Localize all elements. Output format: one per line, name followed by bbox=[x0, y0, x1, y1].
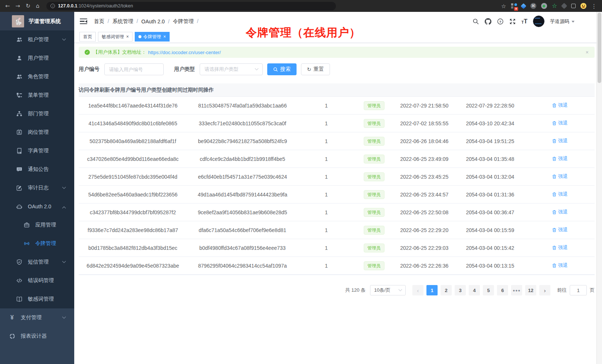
reset-button[interactable]: ↻ 重置 bbox=[301, 63, 330, 75]
command-extension-icon[interactable]: ⌘ bbox=[530, 3, 536, 9]
address-bar[interactable]: i 127.0.0.1:1024/system/oauth2/token bbox=[46, 2, 336, 10]
sidebar-item[interactable]: 角色管理 bbox=[0, 67, 74, 86]
page-button[interactable]: › bbox=[539, 285, 550, 295]
browser-chrome: ← → ↻ ⌂ i 127.0.0.1:1024/system/oauth2/t… bbox=[0, 0, 602, 12]
sidebar-item[interactable]: 短信管理 bbox=[0, 253, 74, 271]
sidebar-item[interactable]: OAuth 2.0 bbox=[0, 197, 74, 216]
force-logout-button[interactable]: 强退 bbox=[552, 155, 568, 162]
avatar[interactable] bbox=[533, 16, 544, 27]
access-token-cell: c342377bf8b344799dcbf7bf095287f2 bbox=[79, 209, 187, 215]
force-logout-button[interactable]: 强退 bbox=[552, 226, 568, 233]
sidebar-item[interactable]: 岗位管理 bbox=[0, 123, 74, 142]
alert-close-icon[interactable]: × bbox=[586, 50, 589, 55]
page-button[interactable]: 12 bbox=[525, 285, 536, 295]
sidebar-item[interactable]: 通知公告 bbox=[0, 160, 74, 179]
sidebar-item[interactable]: 用户管理 bbox=[0, 49, 74, 67]
sidebar-item[interactable]: 错误码管理 bbox=[0, 271, 74, 290]
extension-badge-icon[interactable]: 9 bbox=[511, 3, 517, 9]
sidebar: 🐇 芋道管理系统 租户管理 用户管理 角色管理 菜单管理 bbox=[0, 12, 74, 364]
goto-page-input[interactable] bbox=[570, 285, 587, 295]
app-logo[interactable]: 🐇 芋道管理系统 bbox=[0, 12, 74, 30]
sidebar-item[interactable]: ¥ 支付管理 bbox=[0, 308, 74, 327]
breadcrumb-item[interactable]: 令牌管理 bbox=[173, 18, 202, 25]
delete-icon bbox=[552, 139, 557, 143]
sidebar-item[interactable]: 敏感词管理 bbox=[0, 290, 74, 308]
sidebar-item[interactable]: 审计日志 bbox=[0, 179, 74, 197]
notice-bubble-icon bbox=[16, 166, 22, 173]
created-time-cell: 2022-07-29 21:58:50 bbox=[393, 103, 455, 109]
bookmark-star-icon[interactable]: ☆ bbox=[501, 3, 506, 9]
sidebar-item-label: 敏感词管理 bbox=[28, 296, 54, 302]
delete-icon bbox=[552, 192, 557, 197]
tab-close-icon[interactable]: × bbox=[163, 34, 166, 39]
help-icon[interactable]: ? bbox=[497, 18, 504, 25]
page-button[interactable]: ●●● bbox=[511, 285, 522, 295]
view-tab[interactable]: 敏感词管理 × bbox=[98, 32, 132, 42]
page-button[interactable]: 4 bbox=[469, 285, 480, 295]
back-icon[interactable]: ← bbox=[5, 3, 10, 9]
page-size-select[interactable]: 10条/页 bbox=[370, 285, 406, 295]
gem-extension-icon[interactable] bbox=[521, 4, 526, 8]
collapse-sidebar-icon[interactable] bbox=[80, 19, 87, 24]
page-button[interactable]: 5 bbox=[483, 285, 494, 295]
home-icon[interactable]: ⌂ bbox=[36, 3, 40, 9]
pagination: 共 120 条 10条/页 ‹123456●●●12› 前往 页 bbox=[79, 285, 595, 295]
doc-link[interactable]: https://doc.iocoder.cn/user-center/ bbox=[148, 50, 221, 55]
force-logout-button[interactable]: 强退 bbox=[552, 173, 568, 180]
recorder-extension-icon[interactable] bbox=[541, 3, 547, 9]
page-scrollbar[interactable] bbox=[596, 12, 602, 364]
browser-menu-icon[interactable]: ⋮ bbox=[591, 3, 597, 9]
user-id-input[interactable] bbox=[104, 63, 164, 75]
github-icon[interactable] bbox=[485, 18, 491, 25]
force-logout-button[interactable]: 强退 bbox=[552, 209, 568, 215]
menu-tree-icon bbox=[16, 92, 22, 99]
page-button[interactable]: 2 bbox=[441, 285, 452, 295]
logo-image: 🐇 bbox=[12, 15, 24, 27]
force-logout-button[interactable]: 强退 bbox=[552, 244, 568, 251]
page-button[interactable]: 6 bbox=[497, 285, 508, 295]
sidebar-item[interactable]: 报表设计器 bbox=[0, 327, 74, 345]
force-logout-button[interactable]: 强退 bbox=[552, 120, 568, 126]
search-icon[interactable] bbox=[472, 18, 479, 25]
tab-close-icon[interactable]: × bbox=[126, 34, 129, 39]
created-time-cell: 2022-06-25 23:45:25 bbox=[393, 174, 455, 180]
sidebar-item[interactable]: 部门管理 bbox=[0, 105, 74, 123]
page-button[interactable]: 3 bbox=[455, 285, 466, 295]
sidebar-item[interactable]: 租户管理 bbox=[0, 30, 74, 49]
force-logout-button[interactable]: 强退 bbox=[552, 138, 568, 144]
force-logout-button[interactable]: 强退 bbox=[552, 102, 568, 109]
fullscreen-icon[interactable] bbox=[509, 18, 516, 25]
scrollbar-thumb[interactable] bbox=[598, 13, 601, 83]
expire-time-cell: 2054-03-04 00:15:59 bbox=[455, 227, 525, 233]
sidebar-item[interactable]: 应用管理 bbox=[0, 216, 74, 234]
green-star-extension-icon[interactable]: ☆ bbox=[552, 3, 557, 9]
force-logout-button[interactable]: 强退 bbox=[552, 191, 568, 198]
breadcrumb-item[interactable]: OAuth 2.0 bbox=[141, 19, 173, 24]
user-type-select[interactable]: 请选择用户类型 bbox=[200, 63, 263, 75]
sidebar-item[interactable]: 字典管理 bbox=[0, 142, 74, 160]
table-row: c347026e805e4d99b0d116eae66eda8c cdfc4ce… bbox=[79, 150, 595, 168]
user-id-cell: 1 bbox=[298, 263, 355, 269]
profile-emoji-icon[interactable] bbox=[580, 3, 586, 9]
sidebar-item[interactable]: 菜单管理 bbox=[0, 86, 74, 105]
goto-label: 前往 bbox=[557, 287, 567, 294]
sidebar-toggle-icon[interactable] bbox=[571, 4, 576, 8]
view-tab[interactable]: 首页 × bbox=[79, 32, 96, 42]
forward-icon[interactable]: → bbox=[16, 3, 20, 9]
role-users-icon bbox=[16, 74, 22, 80]
user-menu[interactable]: 芋道源码 bbox=[550, 18, 575, 25]
breadcrumb-item[interactable]: 首页 bbox=[94, 18, 112, 25]
site-info-icon[interactable]: i bbox=[50, 4, 55, 8]
page-button[interactable]: ‹ bbox=[412, 285, 423, 295]
font-size-icon[interactable]: TT bbox=[521, 19, 527, 24]
dark-extension-icon[interactable] bbox=[562, 4, 566, 8]
breadcrumb-item[interactable]: 系统管理 bbox=[112, 18, 141, 25]
sidebar-item[interactable]: 令牌管理 bbox=[0, 234, 74, 253]
view-tab[interactable]: 令牌管理 × bbox=[135, 32, 170, 42]
force-logout-button[interactable]: 强退 bbox=[552, 262, 568, 269]
reload-icon[interactable]: ↻ bbox=[26, 3, 30, 9]
search-button[interactable]: 搜索 bbox=[267, 63, 297, 75]
delete-icon bbox=[552, 121, 557, 126]
page-button[interactable]: 1 bbox=[426, 285, 438, 295]
table-row: 41c41346a548490f9dc8b01c6bfe0865 333ecfc… bbox=[79, 115, 595, 132]
